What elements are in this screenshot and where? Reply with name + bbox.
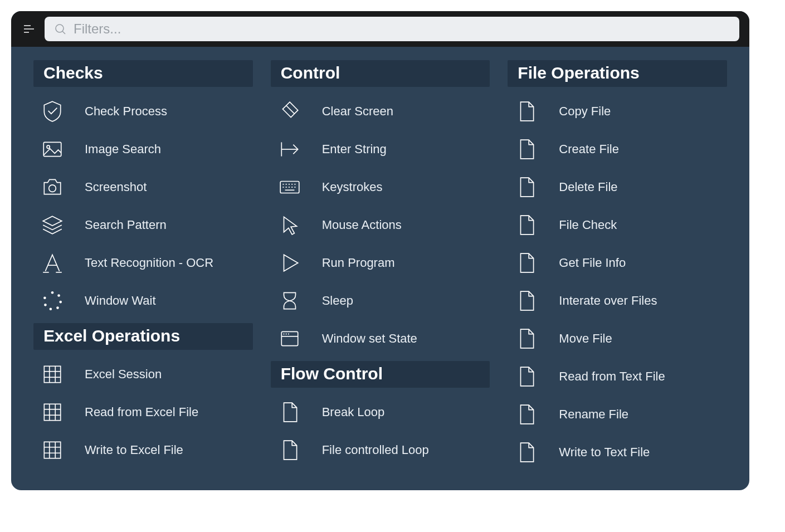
palette-column: ControlClear ScreenEnter StringKeystroke… — [271, 57, 490, 471]
palette-item[interactable]: Read from Text File — [508, 358, 727, 396]
palette-item-label: Sleep — [322, 294, 353, 308]
dots-circle-icon — [39, 289, 66, 313]
palette-item-label: Copy File — [559, 104, 611, 119]
palette-item[interactable]: Get File Info — [508, 244, 727, 282]
keyboard-icon — [276, 175, 303, 199]
palette-item[interactable]: Text Recognition - OCR — [33, 244, 253, 282]
palette-item-label: Search Pattern — [85, 218, 167, 232]
palette-item[interactable]: Write to Text File — [508, 433, 727, 471]
palette-item-label: Read from Text File — [559, 369, 665, 384]
file-icon — [513, 289, 540, 313]
shield-check-icon — [39, 99, 66, 124]
palette-item[interactable]: Screenshot — [33, 168, 253, 206]
palette-item-label: Enter String — [322, 142, 387, 157]
palette-item-label: Rename File — [559, 407, 628, 422]
file-icon — [513, 364, 540, 389]
palette-item[interactable]: Mouse Actions — [271, 206, 490, 244]
top-bar — [11, 11, 749, 47]
palette-item[interactable]: Excel Session — [33, 355, 253, 393]
palette-item[interactable]: File Check — [508, 206, 727, 244]
section-header: Excel Operations — [33, 323, 253, 350]
file-icon — [513, 175, 540, 199]
palette-item[interactable]: Create File — [508, 130, 727, 168]
file-icon — [513, 326, 540, 351]
palette-item-label: File controlled Loop — [322, 443, 429, 457]
palette-item-label: Keystrokes — [322, 180, 383, 194]
svg-line-4 — [62, 31, 65, 34]
palette-item-label: Screenshot — [85, 180, 147, 194]
image-icon — [39, 137, 66, 162]
palette-item-label: Check Process — [85, 104, 167, 119]
palette-item-label: Read from Excel File — [85, 405, 198, 419]
palette-item-label: Text Recognition - OCR — [85, 256, 213, 270]
file-icon — [513, 137, 540, 162]
palette-item[interactable]: Break Loop — [271, 393, 490, 431]
palette-item[interactable]: Search Pattern — [33, 206, 253, 244]
palette-item[interactable]: Window Wait — [33, 282, 253, 320]
eraser-icon — [276, 99, 303, 124]
palette-item-label: Delete File — [559, 180, 617, 194]
palette-item[interactable]: Interate over Files — [508, 282, 727, 320]
palette-item-label: Run Program — [322, 256, 395, 270]
palette-item[interactable]: Run Program — [271, 244, 490, 282]
palette-item[interactable]: Write to Excel File — [33, 431, 253, 469]
palette-item[interactable]: Move File — [508, 320, 727, 358]
palette-item[interactable]: Sleep — [271, 282, 490, 320]
palette-item-label: Write to Excel File — [85, 443, 183, 457]
file-icon — [513, 213, 540, 237]
camera-icon — [39, 175, 66, 199]
letter-a-icon — [39, 251, 66, 275]
filter-input[interactable] — [74, 21, 730, 37]
palette-column: ChecksCheck ProcessImage SearchScreensho… — [33, 57, 253, 471]
grid-icon — [39, 362, 66, 387]
play-icon — [276, 251, 303, 275]
palette-item[interactable]: Keystrokes — [271, 168, 490, 206]
arrow-right-bar-icon — [276, 137, 303, 162]
palette-item[interactable]: Image Search — [33, 130, 253, 168]
palette-item-label: Clear Screen — [322, 104, 393, 119]
grid-icon — [39, 400, 66, 424]
palette-item-label: Create File — [559, 142, 619, 157]
palette-item[interactable]: Clear Screen — [271, 92, 490, 130]
file-icon — [513, 251, 540, 275]
palette-item[interactable]: Read from Excel File — [33, 393, 253, 431]
palette-item[interactable]: Enter String — [271, 130, 490, 168]
palette-item-label: File Check — [559, 218, 617, 232]
file-icon — [513, 440, 540, 465]
file-icon — [513, 402, 540, 427]
section-header: Control — [271, 60, 490, 87]
palette-item[interactable]: Rename File — [508, 396, 727, 433]
palette-item[interactable]: Window set State — [271, 320, 490, 358]
palette-item-label: Mouse Actions — [322, 218, 402, 232]
palette-item-label: Interate over Files — [559, 294, 657, 308]
window-icon — [276, 326, 303, 351]
palette-column: File OperationsCopy FileCreate FileDelet… — [508, 57, 727, 471]
palette-item-label: Write to Text File — [559, 445, 650, 460]
cursor-icon — [276, 213, 303, 237]
menu-button[interactable] — [21, 21, 37, 37]
section-header: File Operations — [508, 60, 727, 87]
section-header: Flow Control — [271, 361, 490, 388]
palette-item-label: Image Search — [85, 142, 161, 157]
menu-icon — [22, 22, 36, 36]
palette-item[interactable]: File controlled Loop — [271, 431, 490, 469]
palette-item-label: Window Wait — [85, 294, 156, 308]
file-icon — [276, 438, 303, 462]
palette-item[interactable]: Delete File — [508, 168, 727, 206]
search-icon — [53, 22, 67, 36]
file-icon — [276, 400, 303, 424]
palette-content: ChecksCheck ProcessImage SearchScreensho… — [11, 47, 749, 490]
hourglass-icon — [276, 289, 303, 313]
search-box[interactable] — [45, 17, 739, 41]
section-header: Checks — [33, 60, 253, 87]
palette-item-label: Get File Info — [559, 256, 626, 270]
grid-icon — [39, 438, 66, 462]
svg-point-3 — [56, 25, 64, 32]
palette-item-label: Window set State — [322, 331, 417, 346]
palette-item-label: Excel Session — [85, 367, 162, 382]
palette-item[interactable]: Copy File — [508, 92, 727, 130]
tool-palette-panel: ChecksCheck ProcessImage SearchScreensho… — [11, 11, 749, 490]
file-icon — [513, 99, 540, 124]
layers-icon — [39, 213, 66, 237]
palette-item[interactable]: Check Process — [33, 92, 253, 130]
